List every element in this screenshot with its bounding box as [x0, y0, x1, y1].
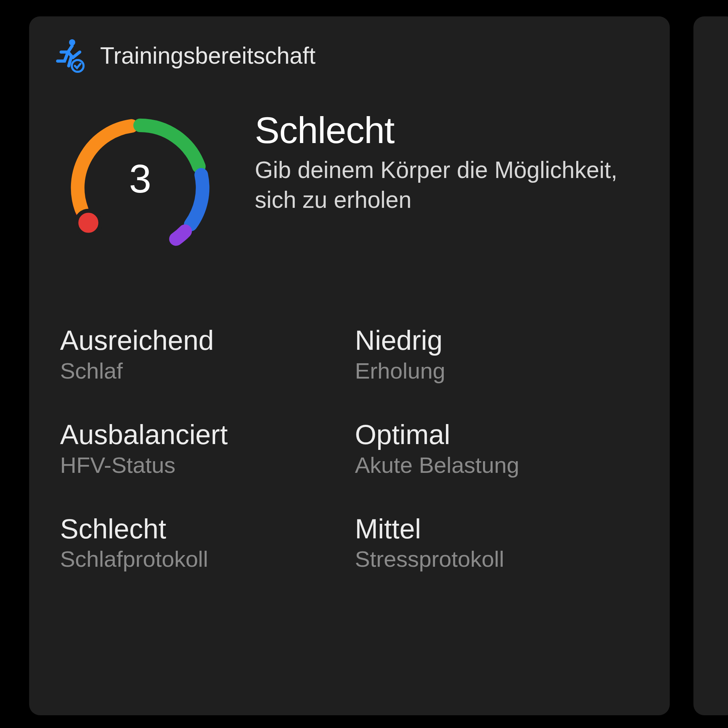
metric-recovery: Niedrig Erholung: [355, 326, 635, 384]
metric-stress-history: Mittel Stressprotokoll: [355, 514, 635, 572]
status-subtitle: Gib deinem Körper die Möglichkeit, sich …: [255, 155, 644, 215]
adjacent-card[interactable]: [693, 16, 728, 715]
card-title: Trainingsbereitschaft: [100, 42, 316, 69]
running-check-icon: [53, 38, 87, 73]
metric-sleep: Ausreichend Schlaf: [60, 326, 355, 384]
metric-hrv: Ausbalanciert HFV-Status: [60, 420, 355, 478]
metric-label: Schlaf: [60, 358, 355, 384]
metric-value: Schlecht: [60, 514, 355, 543]
card-header: Trainingsbereitschaft: [53, 38, 316, 73]
metric-label: Erholung: [355, 358, 635, 384]
metric-value: Ausreichend: [60, 326, 355, 355]
metric-label: Akute Belastung: [355, 452, 635, 478]
metric-label: HFV-Status: [60, 452, 355, 478]
metrics-grid: Ausreichend Schlaf Niedrig Erholung Ausb…: [60, 326, 635, 572]
status-title: Schlecht: [255, 109, 644, 152]
metric-value: Mittel: [355, 514, 635, 543]
metric-sleep-history: Schlecht Schlafprotokoll: [60, 514, 355, 572]
metric-acute-load: Optimal Akute Belastung: [355, 420, 635, 478]
metric-label: Stressprotokoll: [355, 546, 635, 572]
readiness-gauge: 3: [60, 104, 220, 264]
metric-value: Ausbalanciert: [60, 420, 355, 449]
training-readiness-card[interactable]: Trainingsbereitschaft: [29, 16, 670, 715]
readiness-score: 3: [60, 104, 220, 264]
metric-value: Optimal: [355, 420, 635, 449]
metric-value: Niedrig: [355, 326, 635, 355]
metric-label: Schlafprotokoll: [60, 546, 355, 572]
readiness-status: Schlecht Gib deinem Körper die Möglichke…: [255, 109, 644, 215]
